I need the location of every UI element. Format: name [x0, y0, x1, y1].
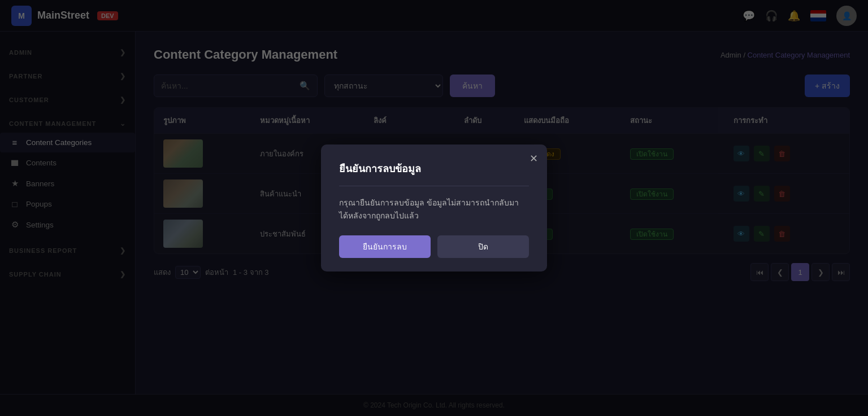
modal-divider	[339, 186, 529, 186]
cancel-button[interactable]: ปิด	[437, 235, 529, 258]
modal-overlay[interactable]: ✕ ยืนยันการลบข้อมูล กรุณายืนยันการลบข้อม…	[0, 0, 868, 416]
modal-body: กรุณายืนยันการลบข้อมูล ข้อมูลไม่สามารถนำ…	[339, 196, 529, 222]
modal-body-line1: กรุณายืนยันการลบข้อมูล ข้อมูลไม่สามารถนำ…	[339, 196, 529, 209]
modal-close-button[interactable]: ✕	[530, 152, 538, 165]
modal-title: ยืนยันการลบข้อมูล	[339, 160, 529, 177]
modal-body-line2: ได้หลังจากถูกลบไปแล้ว	[339, 209, 529, 222]
modal-actions: ยืนยันการลบ ปิด	[339, 235, 529, 258]
confirm-delete-button[interactable]: ยืนยันการลบ	[339, 235, 431, 258]
confirm-delete-modal: ✕ ยืนยันการลบข้อมูล กรุณายืนยันการลบข้อม…	[321, 144, 547, 272]
